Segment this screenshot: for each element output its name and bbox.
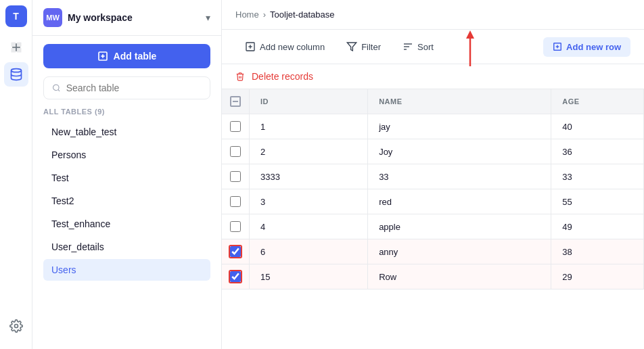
filter-icon (346, 41, 357, 52)
row-checkbox[interactable] (230, 121, 241, 132)
row-age: 38 (551, 239, 644, 264)
table-row: 15 Row 29 (222, 264, 644, 289)
row-checkbox-cell[interactable] (222, 139, 250, 164)
svg-rect-25 (233, 101, 238, 102)
svg-line-12 (58, 89, 60, 91)
table-item[interactable]: User_details (43, 236, 210, 258)
sort-button[interactable]: Sort (393, 37, 443, 57)
tables-section: ALL TABLES (9) New_table_test Persons Te… (32, 108, 221, 282)
table-row: 4 apple 49 (222, 214, 644, 239)
filter-button[interactable]: Filter (337, 37, 390, 57)
table-body: 1 jay 40 2 Joy 36 3333 33 33 (222, 114, 644, 289)
delete-bar: Delete records (222, 64, 644, 89)
svg-rect-5 (16, 48, 21, 53)
row-age: 49 (551, 214, 644, 239)
svg-marker-16 (347, 43, 356, 51)
red-arrow-indicator (462, 29, 478, 70)
sort-label: Sort (417, 42, 434, 52)
row-age: 36 (551, 139, 644, 164)
sidebar: MW My workspace ▾ Add table ALL TABLES (… (32, 0, 222, 349)
svg-rect-4 (11, 48, 16, 53)
name-column-header: NAME (368, 89, 551, 114)
add-column-button[interactable]: Add new column (235, 37, 334, 57)
breadcrumb-current: Tooljet-database (270, 9, 334, 20)
table-item[interactable]: Test_enhance (43, 213, 210, 235)
table-header-row: ID NAME AGE (222, 89, 644, 114)
svg-point-11 (53, 85, 59, 90)
row-checkbox[interactable] (230, 146, 241, 157)
search-icon (52, 83, 61, 93)
row-checkbox[interactable] (230, 196, 241, 207)
table-row: 3 red 55 (222, 189, 644, 214)
table-container: ID NAME AGE 1 jay 40 2 Joy 36 (222, 89, 644, 349)
svg-rect-2 (11, 43, 16, 47)
minus-icon (232, 98, 239, 105)
row-checkbox-cell[interactable] (222, 114, 250, 139)
delete-records-label: Delete records (252, 71, 313, 82)
sort-icon (402, 41, 413, 52)
chevron-down-icon: ▾ (206, 12, 210, 23)
add-column-label: Add new column (260, 42, 325, 52)
table-item[interactable]: Persons (43, 144, 210, 166)
row-id: 4 (250, 214, 368, 239)
add-table-button[interactable]: Add table (43, 44, 210, 68)
row-checkbox-cell[interactable] (222, 214, 250, 239)
avatar[interactable]: T (5, 5, 27, 27)
row-checkbox[interactable] (230, 171, 241, 182)
nav-plus-icon[interactable] (4, 35, 28, 60)
row-id: 15 (250, 264, 368, 289)
table-item[interactable]: Test (43, 167, 210, 189)
table-row: 6 anny 38 (222, 239, 644, 264)
nav-database-icon[interactable] (4, 62, 28, 87)
add-row-label: Add new row (566, 42, 621, 52)
age-column-header: AGE (551, 89, 644, 114)
tables-label: ALL TABLES (9) (43, 108, 210, 116)
add-row-icon (553, 42, 562, 51)
row-id: 1 (250, 114, 368, 139)
row-name: anny (368, 239, 551, 264)
svg-marker-24 (466, 30, 474, 39)
row-checkbox-cell[interactable] (222, 189, 250, 214)
table-row: 3333 33 33 (222, 164, 644, 189)
id-column-header: ID (250, 89, 368, 114)
breadcrumb-home[interactable]: Home (235, 9, 259, 20)
row-id: 3 (250, 189, 368, 214)
table-item[interactable]: Test2 (43, 190, 210, 212)
add-row-button[interactable]: Add new row (543, 37, 630, 57)
row-checkbox-cell[interactable] (222, 239, 250, 264)
search-box[interactable] (43, 76, 210, 99)
table-item[interactable]: New_table_test (43, 121, 210, 143)
row-id: 3333 (250, 164, 368, 189)
row-name: jay (368, 114, 551, 139)
row-checkbox[interactable] (230, 271, 241, 282)
svg-point-6 (11, 69, 21, 72)
delete-records-button[interactable]: Delete records (252, 71, 313, 82)
toolbar: Add new column Filter Sort Add new row (222, 30, 644, 64)
row-id: 2 (250, 139, 368, 164)
workspace-logo: MW (43, 8, 62, 27)
row-age: 40 (551, 114, 644, 139)
row-age: 55 (551, 189, 644, 214)
row-name: red (368, 189, 551, 214)
row-checkbox-cell[interactable] (222, 264, 250, 289)
select-all-header[interactable] (222, 89, 250, 114)
table-item[interactable]: Users (43, 259, 210, 281)
select-all-checkbox[interactable] (230, 96, 241, 107)
breadcrumb-separator: › (263, 9, 266, 20)
workspace-name: My workspace (68, 12, 200, 23)
row-checkbox[interactable] (230, 246, 241, 257)
row-checkbox-cell[interactable] (222, 164, 250, 189)
row-checkbox[interactable] (230, 221, 241, 232)
trash-icon (235, 72, 245, 81)
nav-settings-icon[interactable] (4, 314, 28, 338)
search-input[interactable] (66, 83, 202, 93)
row-id: 6 (250, 239, 368, 264)
filter-label: Filter (361, 42, 381, 52)
row-name: 33 (368, 164, 551, 189)
main-content: Home › Tooljet-database Add new column F… (222, 0, 644, 349)
add-table-label: Add table (114, 51, 157, 62)
row-name: Joy (368, 139, 551, 164)
svg-point-7 (14, 325, 18, 328)
icon-rail: T (0, 0, 32, 349)
workspace-header[interactable]: MW My workspace ▾ (32, 0, 221, 36)
